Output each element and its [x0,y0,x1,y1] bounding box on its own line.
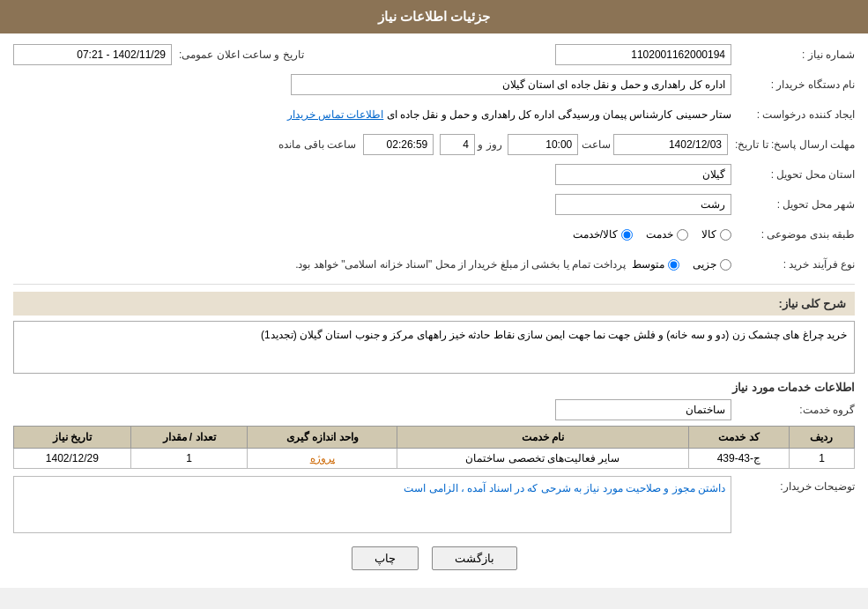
need-description-title: شرح کلی نیاز: [13,292,855,316]
need-description-text: خرید چراغ های چشمک زن (دو و سه خانه) و ف… [261,329,847,341]
page-header: جزئیات اطلاعات نیاز [0,0,868,33]
purchase-motavasset-option[interactable]: متوسط [632,258,679,271]
category-kala-khadamat-option[interactable]: کالا/خدمت [573,228,633,241]
table-row: 1 ج-43-439 سایر فعالیت‌های تخصصی ساختمان… [14,449,855,469]
category-kala-radio[interactable] [720,229,731,241]
delivery-province-input[interactable] [555,164,731,185]
remaining-time-input[interactable] [363,134,434,155]
category-khadamat-option[interactable]: خدمت [646,228,688,241]
cell-row-num: 1 [789,449,854,469]
cell-date: 1402/12/29 [14,449,131,469]
delivery-city-label: شهر محل تحویل : [731,198,855,211]
cell-unit[interactable]: پروژه [248,449,397,469]
service-info-title: اطلاعات خدمات مورد نیاز [13,381,855,394]
purchase-note: پرداخت تمام یا بخشی از مبلغ خریدار از مح… [295,258,626,271]
back-button[interactable]: بازگشت [432,546,517,570]
delivery-city-input[interactable] [555,194,731,215]
category-kala-khadamat-label: کالا/خدمت [573,228,618,241]
table-header-row: ردیف [789,427,854,449]
purchase-jozii-label: جزیی [693,258,716,271]
buyer-notes-container: داشتن مجوز و صلاحیت مورد نیاز به شرحی که… [13,476,731,533]
purchase-motavasset-label: متوسط [632,258,664,271]
category-khadamat-label: خدمت [646,228,673,241]
announce-date-input[interactable] [13,44,172,65]
table-header-qty: تعداد / مقدار [130,427,248,449]
remaining-days-input[interactable] [440,134,475,155]
category-kala-option[interactable]: کالا [701,228,731,241]
buttons-row: بازگشت چاپ [13,546,855,570]
category-khadamat-radio[interactable] [677,229,688,241]
response-date-label: مهلت ارسال پاسخ: تا تاریخ: [728,138,855,151]
category-kala-label: کالا [701,228,716,241]
response-date-input[interactable] [613,134,728,155]
delivery-province-label: استان محل تحویل : [731,168,855,181]
category-label: طبقه بندی موضوعی : [731,228,855,241]
requester-value: ستار حسینی کارشناس پیمان ورسیدگی اداره ک… [387,108,731,121]
table-header-name: نام خدمت [397,427,689,449]
requester-label: ایجاد کننده درخواست : [731,108,855,121]
announce-time-label: تاریخ و ساعت اعلان عمومی: [172,48,304,61]
table-header-unit: واحد اندازه گیری [248,427,397,449]
buyer-notes-label: توضیحات خریدار: [731,476,855,493]
response-time-input[interactable] [508,134,578,155]
requester-contact-link[interactable]: اطلاعات تماس خریدار [287,108,384,121]
buyer-org-input[interactable] [291,74,731,95]
remaining-label: ساعت باقی مانده [278,138,356,151]
purchase-jozii-option[interactable]: جزیی [693,258,731,271]
services-table: ردیف کد خدمت نام خدمت واحد اندازه گیری ت… [13,426,855,469]
purchase-type-label: نوع فرآیند خرید : [731,258,855,271]
need-number-input[interactable] [555,44,731,65]
page-title: جزئیات اطلاعات نیاز [378,9,490,24]
need-description-box: خرید چراغ های چشمک زن (دو و سه خانه) و ف… [13,321,855,374]
table-header-date: تاریخ نیاز [14,427,131,449]
purchase-motavasset-radio[interactable] [668,259,679,271]
table-header-code: کد خدمت [688,427,789,449]
need-number-label: شماره نیاز : [731,48,855,61]
category-kala-khadamat-radio[interactable] [621,229,633,241]
buyer-notes-text: داشتن مجوز و صلاحیت مورد نیاز به شرحی که… [404,482,725,494]
service-group-label: گروه خدمت: [731,404,855,416]
cell-code: ج-43-439 [688,449,789,469]
buyer-org-label: نام دستگاه خریدار : [731,78,855,91]
print-button[interactable]: چاپ [352,546,419,570]
cell-quantity: 1 [130,449,248,469]
service-group-input[interactable] [555,399,731,420]
cell-name: سایر فعالیت‌های تخصصی ساختمان [397,449,689,469]
days-label: روز و [478,138,501,151]
purchase-jozii-radio[interactable] [720,259,731,271]
time-label: ساعت [582,138,611,151]
